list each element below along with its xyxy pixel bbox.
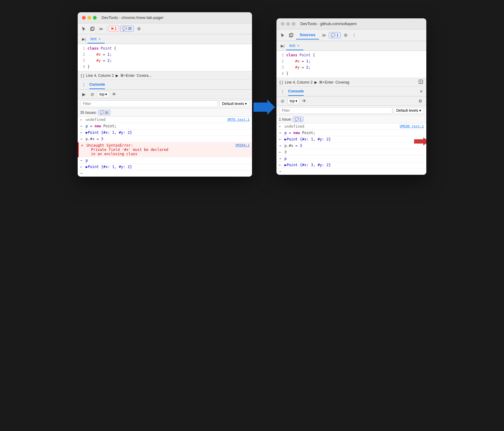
right-console-entries: ← undefined VM580 test:1 → p = new Point… <box>276 123 426 175</box>
minimize-button[interactable] <box>87 16 91 20</box>
right-entry-7: ← ▶Point {#x: 3, #y: 2} <box>276 162 426 168</box>
maximize-button[interactable] <box>93 16 97 20</box>
svg-marker-6 <box>414 137 426 145</box>
copy-icon[interactable] <box>89 25 96 32</box>
right-console-toolbar: ⊘ top ▾ 👁 ⚙ <box>276 96 426 106</box>
left-title-bar: DevTools - chrome://new-tab-page/ <box>78 12 252 23</box>
right-console-ban-icon[interactable]: ⊘ <box>279 97 286 105</box>
entry-source-error[interactable]: VM384:1 <box>235 143 250 147</box>
left-devtools-window: DevTools - chrome://new-tab-page/ ≫ ✕ <box>78 12 252 177</box>
right-code-line-2: 2 #x = 1; <box>276 58 426 64</box>
more-tabs-icon[interactable]: ≫ <box>97 25 105 32</box>
left-issues-bar: 35 Issues: 💬 35 <box>78 109 252 117</box>
sources-tab[interactable]: Sources <box>296 31 319 39</box>
message-badge[interactable]: 💬 35 <box>120 26 134 32</box>
right-levels-button[interactable]: Default levels ▾ <box>394 107 424 114</box>
left-console-toolbar: ▶ ⊘ top ▾ 👁 <box>78 90 252 99</box>
left-levels-button[interactable]: Default levels ▾ <box>219 100 250 107</box>
right-console-eye-icon[interactable]: 👁 <box>301 97 308 105</box>
right-console-gear-icon[interactable]: ⚙ <box>417 97 424 105</box>
right-braces-icon[interactable]: { } <box>280 80 283 84</box>
right-coverage-label: Coverag <box>335 80 349 84</box>
svg-rect-4 <box>290 33 293 36</box>
right-code-line-3: 3 #y = 2; <box>276 64 426 70</box>
right-main-toolbar: Sources ≫ 💬 1 ⚙ ⋮ <box>276 29 426 41</box>
code-line-1: 1 class Point { <box>78 45 252 51</box>
position-label: Line 4, Column 2 <box>86 73 114 78</box>
braces-icon[interactable]: { } <box>81 73 84 78</box>
left-filter-bar: Default levels ▾ <box>78 99 252 109</box>
right-maximize-button[interactable] <box>292 22 295 26</box>
right-tab-close-icon[interactable]: × <box>296 43 300 48</box>
right-console-title: Console <box>288 87 304 96</box>
left-code-area: 1 class Point { 2 #x = 1; 3 #y = 2; 4 } <box>78 44 252 71</box>
close-button[interactable] <box>82 16 86 20</box>
panel-icon[interactable]: ▶| <box>80 36 87 43</box>
blue-arrow-container <box>252 98 276 116</box>
right-console-header: ⋮ Console × <box>276 87 426 96</box>
right-entry-source-1[interactable]: VM580 test:1 <box>400 124 424 128</box>
right-console-menu-icon[interactable]: ⋮ <box>279 88 286 95</box>
right-more-icon[interactable]: ⋮ <box>350 32 358 39</box>
right-more-tabs-icon[interactable]: ≫ <box>320 32 328 39</box>
right-expand-icon[interactable] <box>418 79 423 85</box>
left-filter-input[interactable] <box>80 100 218 107</box>
error-badge[interactable]: ✕ 1 <box>109 26 119 32</box>
right-message-badge[interactable]: 💬 1 <box>329 32 341 38</box>
shortcut-label: ⌘+Enter <box>120 73 135 78</box>
entry-1: ← undefined VM76 test:1 <box>78 117 252 123</box>
left-console-ban-icon[interactable]: ⊘ <box>89 91 96 98</box>
right-position-label: Line 4, Column 2 <box>285 80 313 84</box>
right-issues-badge[interactable]: 💬 1 <box>293 117 303 122</box>
right-shortcut-label: ⌘+Enter <box>319 80 334 84</box>
code-line-4: 4 } <box>78 64 252 70</box>
right-entry-5: ← 3 <box>276 149 426 156</box>
right-close-button[interactable] <box>281 22 284 26</box>
entry-8: → <box>78 170 252 177</box>
left-window-controls <box>82 16 97 20</box>
left-tab-bar: ▶| test × <box>78 34 252 44</box>
right-entry-2: → p = new Point; <box>276 130 426 136</box>
right-entry-6: → p <box>276 156 426 162</box>
right-console-panel: ⋮ Console × ⊘ top ▾ 👁 ⚙ Default levels ▾ <box>276 87 426 175</box>
left-window-title: DevTools - chrome://new-tab-page/ <box>102 15 163 20</box>
right-tab-test[interactable]: test × <box>286 42 303 50</box>
right-panel-icon[interactable]: ▶| <box>279 42 286 50</box>
run-icon[interactable]: ▶ <box>116 73 118 78</box>
right-copy-icon[interactable] <box>287 32 295 39</box>
red-arrow-icon <box>414 137 426 147</box>
left-issues-badge[interactable]: 💬 35 <box>98 110 110 115</box>
cursor-icon[interactable] <box>80 25 87 32</box>
right-minimize-button[interactable] <box>286 22 290 26</box>
left-tab-test[interactable]: test × <box>87 35 105 43</box>
left-top-selector[interactable]: top ▾ <box>97 91 109 97</box>
left-console-eye-icon[interactable]: 👁 <box>110 91 118 98</box>
tab-close-icon[interactable]: × <box>98 37 101 41</box>
entry-error: ✕ Uncaught SyntaxError: Private field '#… <box>78 142 252 157</box>
svg-marker-2 <box>254 99 275 115</box>
entry-source-1[interactable]: VM76 test:1 <box>227 118 250 122</box>
left-console-title: Console <box>89 80 105 89</box>
svg-rect-1 <box>91 27 94 30</box>
right-devtools-window: DevTools - github.com/sofiayem Sources ≫… <box>276 18 426 175</box>
right-entry-4: → p.#x = 3 <box>276 143 426 149</box>
left-console-menu-icon[interactable]: ⋮ <box>80 81 87 88</box>
right-settings-icon[interactable]: ⚙ <box>342 32 349 39</box>
right-top-selector[interactable]: top ▾ <box>287 98 299 104</box>
left-console-play-icon[interactable]: ▶ <box>80 91 87 98</box>
right-title-bar: DevTools - github.com/sofiayem <box>276 18 426 29</box>
right-code-line-4: 4 } <box>276 70 426 77</box>
entry-4: → p.#x = 3 <box>78 136 252 142</box>
right-cursor-icon[interactable] <box>279 32 286 39</box>
right-entry-3: ← ▶Point {#x: 1, #y: 2} <box>276 136 426 143</box>
right-run-icon[interactable]: ▶ <box>314 80 317 84</box>
left-status-bar: { } Line 4, Column 2 ▶ ⌘+Enter Covera... <box>78 71 252 80</box>
left-main-toolbar: ≫ ✕ 1 💬 35 ⚙ <box>78 23 252 34</box>
settings-icon[interactable]: ⚙ <box>135 25 143 32</box>
right-status-bar: { } Line 4, Column 2 ▶ ⌘+Enter Coverag <box>276 78 426 87</box>
right-console-close-icon[interactable]: × <box>419 88 424 95</box>
right-tab-bar: ▶| test × <box>276 41 426 51</box>
right-entry-1: ← undefined VM580 test:1 <box>276 123 426 130</box>
right-filter-input[interactable] <box>279 107 392 114</box>
entry-2: → p = new Point; <box>78 123 252 129</box>
